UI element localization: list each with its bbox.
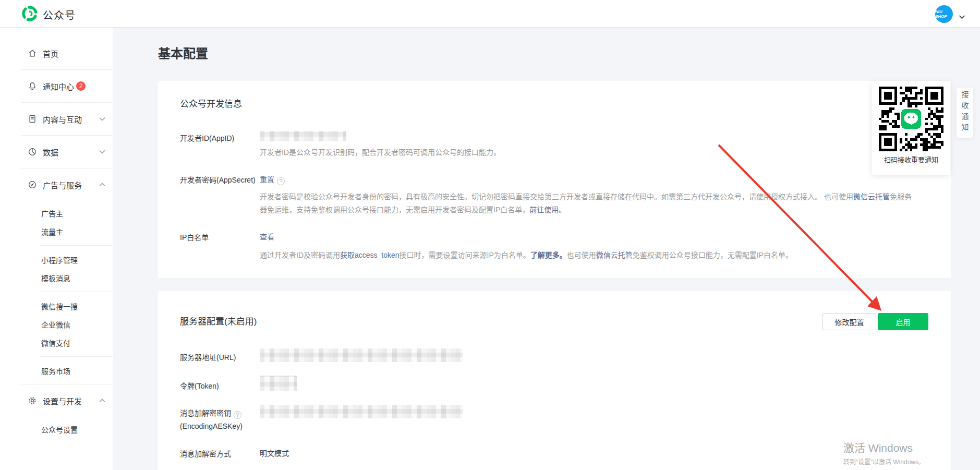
- data-icon: [28, 147, 37, 156]
- inline-link[interactable]: 微信云托管: [596, 251, 633, 259]
- appid-value-redacted: [260, 131, 346, 141]
- modify-config-button[interactable]: 修改配置: [822, 313, 876, 330]
- inline-link[interactable]: 微信云托管: [853, 192, 890, 201]
- receive-notice-tab[interactable]: 接收通知: [957, 88, 973, 138]
- sidebar-item-label: 设置与开发: [43, 395, 82, 406]
- sidebar-item-settings-dev[interactable]: 设置与开发: [0, 384, 113, 417]
- appsecret-label: 开发者密码(AppSecret): [180, 174, 256, 187]
- desc-text: 接口时，需要设置访问来源IP为白名单。: [400, 251, 530, 259]
- sidebar-item-label: 数据: [43, 147, 58, 158]
- main-content: 基本配置 公众号开发信息 开发者ID(AppID) 开发者ID是公众号开发识别码…: [113, 28, 980, 470]
- view-link[interactable]: 查看: [260, 233, 274, 241]
- ip-whitelist-label: IP白名单: [180, 231, 258, 244]
- content-icon: [28, 114, 37, 124]
- appid-label: 开发者ID(AppID): [180, 132, 258, 145]
- bell-icon: [28, 81, 37, 91]
- sidebar-subitem[interactable]: 企业微信: [0, 315, 113, 333]
- desc-text: 开发者密码是校验公众号开发者身份的密码，具有极高的安全性。切记勿把密码直接交给第…: [260, 192, 853, 201]
- dev-info-title: 公众号开发信息: [180, 97, 242, 110]
- sidebar-item-home[interactable]: 首页: [0, 37, 113, 69]
- sidebar-subitem[interactable]: 流量主: [0, 222, 113, 240]
- sidebar-subitem[interactable]: 公众号设置: [0, 420, 113, 438]
- notification-badge: 2: [76, 81, 86, 91]
- sidebar-item-notice-center[interactable]: 通知中心2: [0, 70, 113, 102]
- compass-icon: [28, 180, 37, 189]
- sidebar-subitem[interactable]: 小程序管理: [0, 250, 113, 269]
- encrypt-mode-label: 消息加解密方式: [180, 448, 258, 461]
- desc-text: 也可使用: [567, 251, 596, 259]
- aeskey-help-icon[interactable]: ?: [234, 411, 241, 419]
- inline-link[interactable]: 了解更多。: [530, 251, 567, 259]
- desc-text: 免鉴权调用公众号接口能力，无需配置IP白名单。: [633, 251, 793, 259]
- sidebar-nav: 首页通知中心2内容与互动数据广告与服务广告主流量主小程序管理模板消息微信搜一搜企…: [0, 28, 113, 470]
- chevron-up-icon: [99, 183, 105, 187]
- sidebar-item-data[interactable]: 数据: [0, 136, 113, 168]
- server-config-card: 服务器配置(未启用) 修改配置 启用 服务器地址(URL) 令牌(Token) …: [158, 291, 951, 470]
- sidebar-sub-divider: [40, 245, 113, 246]
- token-label: 令牌(Token): [180, 380, 258, 393]
- sidebar-item-label: 通知中心: [43, 81, 74, 92]
- token-value-redacted: [260, 376, 297, 391]
- sidebar-item-label: 广告与服务: [43, 179, 82, 190]
- sidebar-subitem[interactable]: 微信支付: [0, 333, 113, 352]
- inline-link[interactable]: 前往使用。: [529, 206, 566, 214]
- sidebar-subitem[interactable]: 模板消息: [0, 269, 113, 287]
- gear-icon: [28, 396, 37, 405]
- aeskey-label: 消息加解密密钥? (EncodingAESKey): [180, 407, 269, 433]
- appsecret-actions: 重置?: [260, 174, 285, 185]
- qr-notice-panel: 扫码接收重要通知: [872, 81, 950, 175]
- aeskey-value-redacted: [260, 405, 463, 418]
- qr-caption: 扫码接收重要通知: [872, 154, 950, 164]
- wechat-mp-logo-icon: [21, 5, 39, 25]
- server-config-title: 服务器配置(未启用): [180, 314, 257, 327]
- sidebar-sub-divider: [40, 292, 113, 292]
- home-icon: [28, 49, 37, 58]
- appsecret-desc: 开发者密码是校验公众号开发者身份的密码，具有极高的安全性。切记勿把密码直接交给第…: [260, 190, 915, 216]
- chevron-up-icon: [99, 399, 105, 403]
- sidebar-sub-divider: [40, 356, 113, 357]
- sidebar-item-content-interaction[interactable]: 内容与互动: [0, 103, 113, 135]
- server-url-value-redacted: [260, 348, 463, 362]
- sidebar-subitem[interactable]: 广告主: [0, 204, 113, 222]
- app-title: 公众号: [43, 7, 76, 22]
- top-header: 公众号 NIU SHOP: [0, 0, 980, 28]
- qr-code: [879, 87, 943, 151]
- reset-link[interactable]: 重置: [260, 175, 274, 184]
- account-chevron-down-icon[interactable]: [959, 12, 965, 21]
- sidebar-item-ads-services[interactable]: 广告与服务: [0, 168, 113, 201]
- sidebar-item-label: 首页: [43, 48, 58, 59]
- sidebar-subitem[interactable]: 微信搜一搜: [0, 297, 113, 315]
- ip-whitelist-desc: 通过开发者ID及密码调用获取access_token接口时，需要设置访问来源IP…: [260, 249, 922, 262]
- appsecret-help-icon[interactable]: ?: [277, 177, 285, 185]
- desc-text: 开发者ID是公众号开发识别码，配合开发者密码可调用公众号的接口能力。: [260, 148, 501, 156]
- appid-desc: 开发者ID是公众号开发识别码，配合开发者密码可调用公众号的接口能力。: [260, 146, 501, 159]
- encrypt-mode-value: 明文模式: [260, 448, 289, 458]
- desc-text: 通过开发者ID及密码调用: [260, 251, 340, 259]
- dev-info-card: 公众号开发信息 开发者ID(AppID) 开发者ID是公众号开发识别码，配合开发…: [158, 81, 951, 278]
- chevron-down-icon: [99, 150, 105, 154]
- enable-button[interactable]: 启用: [878, 313, 928, 330]
- sidebar-item-label: 内容与互动: [43, 114, 82, 125]
- account-avatar[interactable]: NIU SHOP: [935, 5, 953, 23]
- inline-link[interactable]: 获取access_token: [340, 251, 400, 259]
- chevron-down-icon: [99, 117, 105, 121]
- server-url-label: 服务器地址(URL): [180, 351, 258, 364]
- sidebar-subitem[interactable]: 服务市场: [0, 361, 113, 380]
- page-title: 基本配置: [158, 43, 208, 62]
